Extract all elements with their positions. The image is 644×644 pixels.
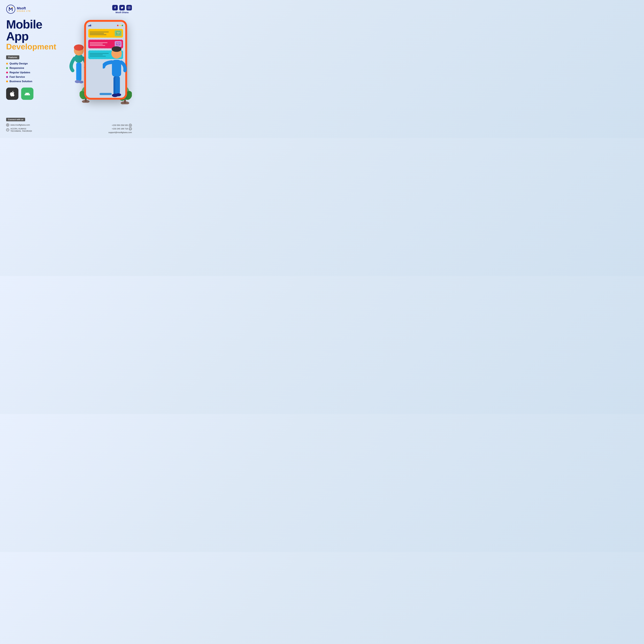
list-item: Quality Design (6, 62, 59, 65)
features-list: Quality Design Responsive Regular Update… (6, 62, 59, 83)
bullet-icon (6, 81, 8, 82)
website-row: www.msoftghana.com (6, 123, 32, 127)
logo-icon (6, 5, 15, 14)
list-item: Business Solution (6, 80, 59, 83)
bar3 (90, 25, 91, 26)
card-line (90, 33, 104, 34)
feature-quality: Quality Design (10, 62, 28, 65)
person-right (103, 38, 130, 103)
svg-point-4 (130, 7, 130, 7)
website-icon (6, 123, 9, 127)
instagram-icon[interactable] (126, 5, 132, 10)
page: Msoft GHANA LTD (0, 0, 138, 138)
features-label: Features (6, 55, 19, 59)
social-handle: Msoft Ghana (112, 11, 132, 14)
location-line1: ACCRA, KUMASI (10, 128, 32, 130)
logo: Msoft GHANA LTD (6, 5, 31, 14)
list-item: Fast Service (6, 75, 59, 79)
headline-line1: Mobile (6, 18, 59, 30)
footer-bottom: www.msoftghana.com ACCRA, KUMASI TECHIMA… (6, 123, 132, 134)
dots (117, 25, 123, 26)
bar1 (88, 25, 89, 26)
email-row: support@msoftghana.com (108, 131, 132, 134)
card-line (90, 34, 106, 35)
svg-point-19 (112, 46, 121, 52)
brand-name: Msoft (17, 6, 31, 10)
left-section: Mobile App Development Features Quality … (6, 17, 59, 100)
feature-business: Business Solution (10, 80, 32, 83)
location-line2: TECHIMAN, TAKORADI (10, 130, 32, 132)
list-item: Regular Updates (6, 71, 59, 74)
svg-point-7 (74, 44, 84, 51)
headline-line2: App (6, 30, 59, 42)
footer-left: www.msoftghana.com ACCRA, KUMASI TECHIMA… (6, 123, 32, 132)
bullet-icon (6, 76, 8, 78)
dot-red (117, 25, 119, 26)
phone-icon (129, 124, 132, 127)
svg-point-35 (8, 130, 8, 130)
logo-text: Msoft GHANA LTD (17, 6, 31, 12)
svg-rect-1 (11, 7, 13, 8)
location-icon (6, 128, 9, 131)
ui-card-1 (88, 29, 123, 38)
card-line (90, 44, 103, 44)
app-stores (6, 88, 59, 100)
dot-green (122, 25, 123, 26)
social-section: Msoft Ghana (112, 5, 132, 14)
whatsapp-icon (129, 127, 132, 130)
svg-rect-11 (116, 32, 120, 35)
apple-store-button[interactable] (6, 88, 18, 100)
phone2-text: +233 245 168 718 (112, 127, 128, 130)
feature-fast: Fast Service (10, 75, 25, 79)
svg-point-23 (116, 93, 121, 96)
website-text: www.msoftghana.com (10, 124, 30, 126)
header: Msoft GHANA LTD (6, 5, 132, 14)
svg-rect-21 (115, 76, 120, 94)
feature-updates: Regular Updates (10, 71, 30, 74)
android-store-button[interactable] (21, 88, 33, 100)
twitter-icon[interactable] (119, 5, 125, 10)
phone2-row: +233 245 168 718 (108, 127, 132, 130)
connect-label: Connect with us (6, 118, 25, 121)
social-icons (112, 5, 132, 10)
dot-yellow (119, 25, 121, 26)
bar2 (89, 25, 90, 26)
card-line (90, 54, 103, 55)
phone1-text: +233 550 258 535 (112, 123, 128, 127)
brand-sub: GHANA LTD (17, 10, 31, 12)
bullet-icon (6, 67, 8, 69)
location-text: ACCRA, KUMASI TECHIMAN, TAKORADI (10, 128, 32, 132)
feature-responsive: Responsive (10, 67, 24, 70)
email-text: support@msoftghana.com (108, 131, 132, 134)
svg-point-3 (129, 7, 130, 8)
footer-right: +233 550 258 535 +233 245 168 718 (108, 123, 132, 134)
svg-rect-8 (76, 63, 81, 81)
bullet-icon (6, 72, 8, 73)
bullet-icon (6, 63, 8, 65)
list-item: Responsive (6, 67, 59, 70)
phone-status-bar (88, 25, 123, 26)
signal-bars (88, 25, 91, 26)
svg-point-10 (79, 81, 83, 83)
main-content: Mobile App Development Features Quality … (6, 17, 132, 109)
svg-point-12 (117, 32, 118, 33)
card-image (115, 30, 122, 36)
location-row: ACCRA, KUMASI TECHIMAN, TAKORADI (6, 128, 32, 132)
phone1-row: +233 550 258 535 (108, 123, 132, 127)
facebook-icon[interactable] (112, 5, 118, 10)
card-lines (90, 32, 113, 35)
right-section (63, 17, 132, 109)
card-line (90, 32, 109, 32)
svg-rect-2 (128, 6, 130, 9)
headline-line3: Development (6, 42, 59, 51)
footer: Connect with us www.msoftghana.com (6, 118, 132, 134)
